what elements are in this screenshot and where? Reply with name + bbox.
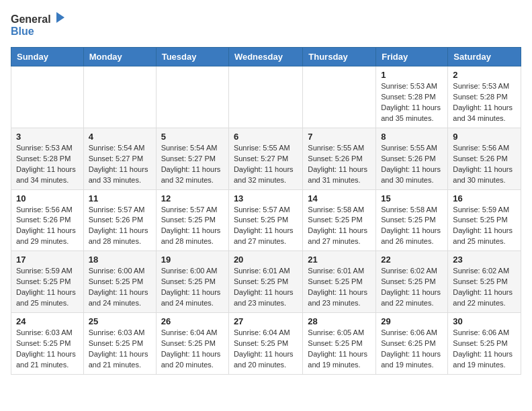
svg-marker-2 — [56, 12, 64, 23]
calendar-day-cell: 25Sunrise: 6:03 AMSunset: 5:25 PMDayligh… — [83, 313, 156, 375]
calendar-day-cell: 18Sunrise: 6:00 AMSunset: 5:25 PMDayligh… — [83, 251, 156, 313]
calendar-day-cell — [156, 66, 228, 128]
logo-icon: GeneralBlue — [11, 11, 71, 39]
day-number: 19 — [161, 255, 224, 265]
day-info: Sunrise: 5:53 AMSunset: 5:28 PMDaylight:… — [453, 81, 516, 124]
day-info: Sunrise: 6:04 AMSunset: 5:25 PMDaylight:… — [234, 328, 298, 371]
header: GeneralBlue — [11, 11, 521, 39]
calendar-day-cell: 21Sunrise: 6:01 AMSunset: 5:25 PMDayligh… — [303, 251, 376, 313]
calendar-day-cell: 3Sunrise: 5:53 AMSunset: 5:28 PMDaylight… — [11, 128, 84, 189]
day-info: Sunrise: 6:03 AMSunset: 5:25 PMDaylight:… — [16, 328, 79, 371]
calendar-day-cell: 29Sunrise: 6:06 AMSunset: 6:25 PMDayligh… — [376, 313, 448, 375]
day-number: 25 — [89, 316, 151, 326]
calendar-day-cell: 5Sunrise: 5:54 AMSunset: 5:27 PMDaylight… — [156, 128, 228, 189]
day-info: Sunrise: 5:55 AMSunset: 5:27 PMDaylight:… — [234, 143, 298, 186]
day-info: Sunrise: 5:58 AMSunset: 5:25 PMDaylight:… — [308, 205, 371, 248]
calendar-day-cell — [303, 66, 376, 128]
day-info: Sunrise: 5:59 AMSunset: 5:25 PMDaylight:… — [16, 266, 79, 309]
day-info: Sunrise: 5:56 AMSunset: 5:26 PMDaylight:… — [16, 205, 79, 248]
day-info: Sunrise: 6:03 AMSunset: 5:25 PMDaylight:… — [89, 328, 151, 371]
calendar-week-row: 3Sunrise: 5:53 AMSunset: 5:28 PMDaylight… — [11, 128, 521, 189]
day-info: Sunrise: 5:53 AMSunset: 5:28 PMDaylight:… — [381, 81, 443, 124]
calendar-day-cell: 8Sunrise: 5:55 AMSunset: 5:26 PMDaylight… — [376, 128, 448, 189]
calendar-day-cell: 28Sunrise: 6:05 AMSunset: 5:25 PMDayligh… — [303, 313, 376, 375]
weekday-header-thursday: Thursday — [303, 48, 376, 66]
weekday-header-row: SundayMondayTuesdayWednesdayThursdayFrid… — [11, 48, 521, 66]
calendar-day-cell: 20Sunrise: 6:01 AMSunset: 5:25 PMDayligh… — [228, 251, 302, 313]
calendar-day-cell: 7Sunrise: 5:55 AMSunset: 5:26 PMDaylight… — [303, 128, 376, 189]
calendar-week-row: 1Sunrise: 5:53 AMSunset: 5:28 PMDaylight… — [11, 66, 521, 128]
weekday-header-tuesday: Tuesday — [156, 48, 228, 66]
day-info: Sunrise: 6:06 AMSunset: 5:25 PMDaylight:… — [453, 328, 516, 371]
day-number: 13 — [234, 193, 298, 203]
day-info: Sunrise: 5:57 AMSunset: 5:25 PMDaylight:… — [234, 205, 298, 248]
day-number: 12 — [161, 193, 224, 203]
day-number: 29 — [381, 316, 443, 326]
calendar-day-cell: 4Sunrise: 5:54 AMSunset: 5:27 PMDaylight… — [83, 128, 156, 189]
day-info: Sunrise: 5:56 AMSunset: 5:26 PMDaylight:… — [453, 143, 516, 186]
calendar-day-cell: 2Sunrise: 5:53 AMSunset: 5:28 PMDaylight… — [448, 66, 521, 128]
logo: GeneralBlue — [11, 11, 71, 39]
calendar-day-cell: 11Sunrise: 5:57 AMSunset: 5:26 PMDayligh… — [83, 189, 156, 251]
calendar-day-cell: 22Sunrise: 6:02 AMSunset: 5:25 PMDayligh… — [376, 251, 448, 313]
page: GeneralBlue SundayMondayTuesdayWednesday… — [0, 0, 532, 385]
day-number: 21 — [308, 255, 371, 265]
day-info: Sunrise: 5:59 AMSunset: 5:25 PMDaylight:… — [453, 205, 516, 248]
day-number: 9 — [453, 132, 516, 142]
calendar-day-cell: 10Sunrise: 5:56 AMSunset: 5:26 PMDayligh… — [11, 189, 84, 251]
calendar-day-cell: 15Sunrise: 5:58 AMSunset: 5:25 PMDayligh… — [376, 189, 448, 251]
calendar-week-row: 24Sunrise: 6:03 AMSunset: 5:25 PMDayligh… — [11, 313, 521, 375]
calendar-day-cell: 9Sunrise: 5:56 AMSunset: 5:26 PMDaylight… — [448, 128, 521, 189]
calendar-day-cell: 24Sunrise: 6:03 AMSunset: 5:25 PMDayligh… — [11, 313, 84, 375]
day-number: 6 — [234, 132, 298, 142]
day-info: Sunrise: 5:55 AMSunset: 5:26 PMDaylight:… — [308, 143, 371, 186]
calendar-day-cell: 12Sunrise: 5:57 AMSunset: 5:25 PMDayligh… — [156, 189, 228, 251]
day-info: Sunrise: 5:57 AMSunset: 5:25 PMDaylight:… — [161, 205, 224, 248]
day-info: Sunrise: 6:05 AMSunset: 5:25 PMDaylight:… — [308, 328, 371, 371]
day-number: 20 — [234, 255, 298, 265]
day-info: Sunrise: 6:02 AMSunset: 5:25 PMDaylight:… — [381, 266, 443, 309]
day-info: Sunrise: 5:58 AMSunset: 5:25 PMDaylight:… — [381, 205, 443, 248]
calendar-day-cell: 17Sunrise: 5:59 AMSunset: 5:25 PMDayligh… — [11, 251, 84, 313]
day-number: 16 — [453, 193, 516, 203]
day-number: 3 — [16, 132, 79, 142]
day-info: Sunrise: 5:57 AMSunset: 5:26 PMDaylight:… — [89, 205, 151, 248]
day-number: 18 — [89, 255, 151, 265]
day-number: 28 — [308, 316, 371, 326]
weekday-header-saturday: Saturday — [448, 48, 521, 66]
weekday-header-wednesday: Wednesday — [228, 48, 302, 66]
day-number: 24 — [16, 316, 79, 326]
day-number: 1 — [381, 70, 443, 80]
day-info: Sunrise: 5:55 AMSunset: 5:26 PMDaylight:… — [381, 143, 443, 186]
calendar-day-cell — [228, 66, 302, 128]
day-number: 23 — [453, 255, 516, 265]
svg-text:General: General — [11, 13, 51, 25]
day-info: Sunrise: 6:01 AMSunset: 5:25 PMDaylight:… — [234, 266, 298, 309]
day-number: 5 — [161, 132, 224, 142]
weekday-header-monday: Monday — [83, 48, 156, 66]
day-info: Sunrise: 5:54 AMSunset: 5:27 PMDaylight:… — [89, 143, 151, 186]
day-number: 17 — [16, 255, 79, 265]
calendar-day-cell: 14Sunrise: 5:58 AMSunset: 5:25 PMDayligh… — [303, 189, 376, 251]
day-info: Sunrise: 5:53 AMSunset: 5:28 PMDaylight:… — [16, 143, 79, 186]
calendar-day-cell: 30Sunrise: 6:06 AMSunset: 5:25 PMDayligh… — [448, 313, 521, 375]
calendar-day-cell: 1Sunrise: 5:53 AMSunset: 5:28 PMDaylight… — [376, 66, 448, 128]
calendar-day-cell: 13Sunrise: 5:57 AMSunset: 5:25 PMDayligh… — [228, 189, 302, 251]
day-info: Sunrise: 5:54 AMSunset: 5:27 PMDaylight:… — [161, 143, 224, 186]
day-number: 15 — [381, 193, 443, 203]
day-info: Sunrise: 6:06 AMSunset: 6:25 PMDaylight:… — [381, 328, 443, 371]
calendar-day-cell: 27Sunrise: 6:04 AMSunset: 5:25 PMDayligh… — [228, 313, 302, 375]
calendar-day-cell: 6Sunrise: 5:55 AMSunset: 5:27 PMDaylight… — [228, 128, 302, 189]
calendar-day-cell: 23Sunrise: 6:02 AMSunset: 5:25 PMDayligh… — [448, 251, 521, 313]
weekday-header-sunday: Sunday — [11, 48, 84, 66]
day-number: 30 — [453, 316, 516, 326]
day-number: 10 — [16, 193, 79, 203]
day-number: 14 — [308, 193, 371, 203]
day-number: 8 — [381, 132, 443, 142]
day-number: 27 — [234, 316, 298, 326]
calendar-day-cell: 26Sunrise: 6:04 AMSunset: 5:25 PMDayligh… — [156, 313, 228, 375]
day-number: 11 — [89, 193, 151, 203]
calendar-week-row: 10Sunrise: 5:56 AMSunset: 5:26 PMDayligh… — [11, 189, 521, 251]
calendar-day-cell — [83, 66, 156, 128]
day-info: Sunrise: 6:00 AMSunset: 5:25 PMDaylight:… — [89, 266, 151, 309]
